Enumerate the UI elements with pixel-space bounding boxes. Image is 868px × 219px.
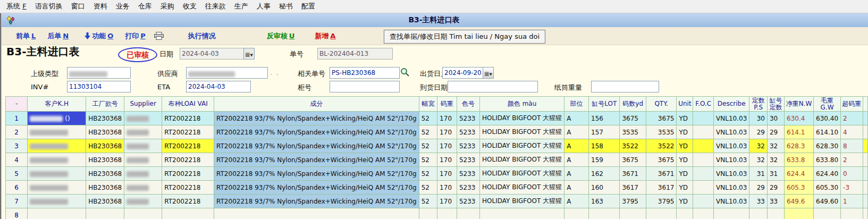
- cell-qty[interactable]: 3671: [646, 167, 677, 181]
- cell-net-weight[interactable]: 649.6: [785, 195, 814, 208]
- cell-ps[interactable]: 29: [749, 125, 768, 139]
- calendar-button[interactable]: ▦▼: [243, 48, 255, 60]
- cell-yards[interactable]: 3522: [620, 139, 646, 153]
- cell-color[interactable]: HOLIDAY BIGFOOT 大猩猩: [480, 167, 564, 181]
- menu-language-switch[interactable]: 语言切换: [31, 2, 67, 11]
- printer-button[interactable]: [154, 32, 164, 40]
- cell-rownum[interactable]: 3: [6, 139, 28, 153]
- menu-warehouse[interactable]: 仓库: [134, 2, 156, 11]
- cell-weight[interactable]: 170: [437, 167, 457, 181]
- cell-weight[interactable]: [437, 208, 457, 219]
- cell-composition[interactable]: [214, 208, 419, 219]
- cell-yards[interactable]: 3617: [620, 181, 646, 195]
- next-doc-button[interactable]: 后单N: [47, 31, 69, 41]
- cell-net-weight[interactable]: [785, 208, 814, 219]
- cell-describe[interactable]: VNL10.03: [714, 167, 749, 181]
- execution-status-button[interactable]: 执行情况: [188, 31, 216, 41]
- cell-color-no[interactable]: 5233: [457, 195, 479, 208]
- menu-hr[interactable]: 人事: [252, 2, 275, 11]
- menu-purchase[interactable]: 采购: [156, 2, 179, 11]
- cell-weight[interactable]: 170: [437, 125, 457, 139]
- cell-factory-no[interactable]: HB230368: [86, 195, 124, 208]
- cell-composition[interactable]: RT2002218 93/7% Nylon/Spandex+Wicking/He…: [214, 139, 419, 153]
- cell-supplier[interactable]: [124, 125, 162, 139]
- cell-lot-ps[interactable]: 29: [767, 125, 784, 139]
- cell-supplier[interactable]: [124, 181, 162, 195]
- doc-no-field[interactable]: BL-202404-013: [317, 48, 393, 60]
- cell-composition[interactable]: RT2002218 93/7% Nylon/Spandex+Wicking/He…: [214, 195, 419, 208]
- cell-color[interactable]: HOLIDAY BIGFOOT 大猩猩: [480, 181, 564, 195]
- cell-extra[interactable]: [863, 167, 867, 181]
- cell-fabric[interactable]: RT2002218: [162, 112, 214, 125]
- related-no-field[interactable]: PS-HB230368: [330, 67, 400, 79]
- cell-part[interactable]: A: [564, 112, 589, 125]
- cell-ps[interactable]: 32: [749, 139, 768, 153]
- cell-ps[interactable]: 30: [749, 112, 768, 125]
- supplier-field[interactable]: [186, 67, 268, 79]
- arrival-date-field[interactable]: [448, 81, 538, 92]
- menu-business[interactable]: 业务: [112, 2, 134, 11]
- ship-by-field[interactable]: 2024-09-20: [442, 67, 484, 79]
- cell-unit[interactable]: YD: [677, 112, 693, 125]
- cell-factory-no[interactable]: HB230368: [86, 167, 124, 181]
- cell-lot[interactable]: 162: [589, 167, 620, 181]
- cell-extra[interactable]: [863, 153, 867, 167]
- cell-over-weight[interactable]: -3: [841, 181, 863, 195]
- cell-customer[interactable]: [28, 139, 86, 153]
- add-new-button[interactable]: 新增A: [315, 31, 335, 41]
- cell-yards[interactable]: 3675: [620, 153, 646, 167]
- cell-net-weight[interactable]: 605.3: [785, 181, 814, 195]
- unapprove-button[interactable]: 反审核U: [267, 31, 295, 41]
- cell-color[interactable]: HOLIDAY BIGFOOT 大猩猩: [480, 125, 564, 139]
- cell-width[interactable]: 52: [419, 139, 437, 153]
- cell-width[interactable]: 52: [419, 153, 437, 167]
- cell-rownum[interactable]: 5: [6, 167, 28, 181]
- cell-customer[interactable]: [28, 195, 86, 208]
- cell-customer[interactable]: [28, 181, 86, 195]
- cell-foc[interactable]: [693, 139, 714, 153]
- cell-extra[interactable]: [863, 112, 867, 125]
- cell-gross-weight[interactable]: [814, 208, 841, 219]
- cell-yards[interactable]: 3675: [620, 112, 646, 125]
- cell-yards[interactable]: [620, 208, 646, 219]
- cell-supplier[interactable]: [124, 167, 162, 181]
- cell-describe[interactable]: [714, 208, 749, 219]
- cell-part[interactable]: A: [564, 167, 589, 181]
- cell-gross-weight[interactable]: 649.60: [814, 195, 841, 208]
- cell-rownum[interactable]: 6: [6, 181, 28, 195]
- find-doc-button[interactable]: 查找单据/修改日期 Tim tai lieu / Ngay sua doi: [384, 30, 545, 44]
- cell-yards[interactable]: 3671: [620, 167, 646, 181]
- cell-lot-ps[interactable]: 33: [767, 195, 784, 208]
- cell-lot-ps[interactable]: 32: [767, 153, 784, 167]
- cell-color[interactable]: HOLIDAY BIGFOOT 大猩猩: [480, 139, 564, 153]
- cell-lot[interactable]: 163: [589, 195, 620, 208]
- cell-extra[interactable]: [863, 181, 867, 195]
- cell-net-weight[interactable]: 628.3: [785, 139, 814, 153]
- cell-lot-ps[interactable]: 29: [767, 181, 784, 195]
- cell-color-no[interactable]: 5233: [457, 112, 479, 125]
- cell-supplier[interactable]: [124, 153, 162, 167]
- menu-system[interactable]: 系统 F: [2, 2, 31, 11]
- cell-yards[interactable]: 3535: [620, 125, 646, 139]
- cell-color[interactable]: HOLIDAY BIGFOOT 大猩猩: [480, 112, 564, 125]
- cell-composition[interactable]: RT2002218 93/7% Nylon/Spandex+Wicking/He…: [214, 167, 419, 181]
- cell-customer[interactable]: [28, 153, 86, 167]
- cell-color-no[interactable]: 5233: [457, 167, 479, 181]
- menu-accounts[interactable]: 往来款: [201, 2, 230, 11]
- print-button[interactable]: 打印P: [125, 31, 146, 41]
- cell-foc[interactable]: [693, 195, 714, 208]
- cell-color[interactable]: HOLIDAY BIGFOOT 大猩猩: [480, 195, 564, 208]
- cell-width[interactable]: 52: [419, 167, 437, 181]
- cell-ps[interactable]: 31: [749, 167, 768, 181]
- cell-rownum[interactable]: 7: [6, 195, 28, 208]
- cell-ps[interactable]: 29: [749, 181, 768, 195]
- cell-color-no[interactable]: 5233: [457, 153, 479, 167]
- cell-lot[interactable]: 159: [589, 153, 620, 167]
- cell-width[interactable]: 52: [419, 112, 437, 125]
- cell-lot-ps[interactable]: 32: [767, 139, 784, 153]
- calendar-button[interactable]: ▦▼: [483, 67, 494, 79]
- cell-part[interactable]: A: [564, 125, 589, 139]
- cell-customer[interactable]: (): [28, 112, 86, 125]
- cell-gross-weight[interactable]: 614.10: [814, 125, 841, 139]
- cell-part[interactable]: A: [564, 181, 589, 195]
